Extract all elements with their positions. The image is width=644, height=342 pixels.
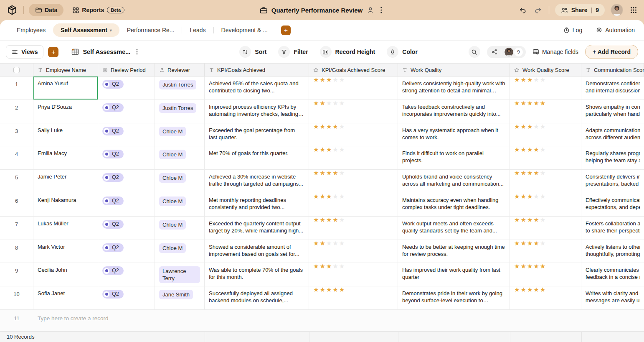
column-header-review-period[interactable]: Review Period — [98, 64, 155, 76]
cell-employee-name[interactable]: Kenji Nakamura — [33, 193, 98, 216]
tab-performance-re[interactable]: Performance Re... — [119, 23, 182, 37]
cell-review-period[interactable]: Q2 — [98, 193, 155, 216]
automation-button[interactable]: Automation — [596, 27, 635, 33]
cell-review-period[interactable]: Q2 — [98, 100, 155, 123]
cell-review-period[interactable]: Q2 — [98, 146, 155, 169]
cell-employee-name[interactable]: Mark Victor — [33, 240, 98, 263]
column-header-kpi-goals-achieved[interactable]: KPI/Goals Achieved — [205, 64, 309, 76]
row-number-cell[interactable]: 5 — [0, 170, 33, 193]
cell-work-quality[interactable]: Takes feedback constructively and incorp… — [398, 100, 510, 123]
cell-kpi-goals[interactable]: Showed a considerable amount of improvem… — [205, 240, 309, 263]
cell-communication[interactable]: Actively listens to others and respondst… — [581, 240, 644, 263]
cell-reviewer[interactable]: Chloe M — [155, 193, 205, 216]
column-header-communication-score[interactable]: Communication Score — [581, 64, 644, 76]
cell-kpi-goals[interactable]: Achieved a 30% increase in website traff… — [205, 170, 309, 193]
cell-review-period[interactable]: Q2 — [98, 77, 155, 100]
app-logo-icon[interactable] — [6, 4, 18, 16]
cell-work-quality[interactable]: Has improved their work quality from las… — [398, 263, 510, 286]
add-view-button[interactable]: + — [48, 47, 58, 57]
cell-communication[interactable]: Regularly shares progress updates,helpin… — [581, 146, 644, 169]
cell-kpi-score[interactable]: ★★★★★ — [309, 286, 398, 309]
cell-work-quality-score[interactable]: ★★★★★ — [510, 263, 581, 286]
view-name[interactable]: Self Assessme... — [83, 48, 130, 55]
cell-employee-name[interactable]: Cecilia John — [33, 263, 98, 286]
share-button[interactable]: Share | 9 — [555, 4, 605, 16]
cell-kpi-goals[interactable]: Was able to complete 70% of the goals fo… — [205, 263, 309, 286]
cell-kpi-score[interactable]: ★★★★★ — [309, 100, 398, 123]
tab-employees[interactable]: Employees — [9, 23, 53, 37]
cell-work-quality-score[interactable]: ★★★★★ — [510, 286, 581, 309]
cell-employee-name[interactable]: Lukas Müller — [33, 217, 98, 240]
cell-employee-name[interactable]: Sally Luke — [33, 123, 98, 146]
cell-work-quality-score[interactable]: ★★★★★ — [510, 240, 581, 263]
cell-communication[interactable]: Fosters collaboration and invites others… — [581, 217, 644, 240]
cell-work-quality-score[interactable]: ★★★★★ — [510, 77, 581, 100]
cell-work-quality[interactable]: Delivers consistently high-quality work … — [398, 77, 510, 100]
column-header-employee-name[interactable]: Employee Name — [33, 64, 98, 76]
cell-kpi-score[interactable]: ★★★★★ — [309, 123, 398, 146]
cell-work-quality-score[interactable]: ★★★★★ — [510, 217, 581, 240]
cell-communication[interactable]: Clearly communicates ideas andfeedback i… — [581, 263, 644, 286]
add-record-button[interactable]: + Add Record — [585, 45, 638, 59]
cell-employee-name[interactable]: Jamie Peter — [33, 170, 98, 193]
collaborators-pill[interactable]: 9 — [487, 46, 526, 58]
view-menu-button[interactable] — [134, 48, 140, 56]
cell-kpi-score[interactable]: ★★★★★ — [309, 193, 398, 216]
cell-reviewer[interactable]: Chloe M — [155, 123, 205, 146]
cell-employee-name[interactable]: Sofia Janet — [33, 286, 98, 309]
color-button[interactable]: Color — [387, 46, 418, 58]
cell-review-period[interactable]: Q2 — [98, 286, 155, 309]
row-number-cell[interactable]: 7 — [0, 217, 33, 240]
cell-work-quality[interactable]: Demonstrates pride in their work by goin… — [398, 286, 510, 309]
cell-kpi-score[interactable]: ★★★★★ — [309, 240, 398, 263]
tab-leads[interactable]: Leads — [182, 23, 213, 37]
undo-button[interactable] — [518, 5, 527, 15]
cell-review-period[interactable]: Q2 — [98, 217, 155, 240]
cell-work-quality[interactable]: Finds it difficult to work on parallel p… — [398, 146, 510, 169]
new-record-row[interactable]: 11 Type here to create a record — [0, 310, 644, 332]
row-number-cell[interactable]: 3 — [0, 123, 33, 146]
title-menu-button[interactable] — [378, 6, 384, 14]
cell-communication[interactable]: Effectively communicates timelines,expec… — [581, 193, 644, 216]
row-number-cell[interactable]: 6 — [0, 193, 33, 216]
cell-communication[interactable]: Writes with clarity and ensuresmessages … — [581, 286, 644, 309]
cell-work-quality[interactable]: Needs to be better at keeping enough tim… — [398, 240, 510, 263]
cell-reviewer[interactable]: Justin Torres — [155, 100, 205, 123]
cell-work-quality[interactable]: Maintains accuracy even when handling co… — [398, 193, 510, 216]
tab-development[interactable]: Development & ... — [214, 23, 275, 37]
cell-reviewer[interactable]: Lawrence Terry — [155, 263, 205, 286]
cell-reviewer[interactable]: Justin Torres — [155, 77, 205, 100]
cell-communication[interactable]: Shows empathy in conversations,particula… — [581, 100, 644, 123]
record-height-button[interactable]: Record Height — [320, 46, 375, 58]
cell-kpi-goals[interactable]: Improved process efficiency KPIs by auto… — [205, 100, 309, 123]
cell-reviewer[interactable]: Chloe M — [155, 217, 205, 240]
cell-kpi-goals[interactable]: Achieved 95% of the sales quota and cont… — [205, 77, 309, 100]
cell-kpi-score[interactable]: ★★★★★ — [309, 217, 398, 240]
cell-kpi-goals[interactable]: Met 70% of goals for this quarter. — [205, 146, 309, 169]
cell-reviewer[interactable]: Chloe M — [155, 240, 205, 263]
cell-work-quality[interactable]: Upholds brand and voice consistency acro… — [398, 170, 510, 193]
filter-button[interactable]: Filter — [278, 46, 308, 58]
cell-kpi-goals[interactable]: Exceeded the goal percentage from last q… — [205, 123, 309, 146]
cell-review-period[interactable]: Q2 — [98, 123, 155, 146]
cell-kpi-goals[interactable]: Successfully deployed all assigned backe… — [205, 286, 309, 309]
cell-reviewer[interactable]: Chloe M — [155, 170, 205, 193]
collaborator-icon[interactable] — [366, 6, 375, 14]
search-button[interactable] — [469, 46, 480, 58]
row-number-cell[interactable]: 2 — [0, 100, 33, 123]
cell-kpi-score[interactable]: ★★★★★ — [309, 263, 398, 286]
row-number-cell[interactable]: 8 — [0, 240, 33, 263]
cell-reviewer[interactable]: Jane Smith — [155, 286, 205, 309]
cell-reviewer[interactable]: Chloe M — [155, 146, 205, 169]
column-header-reviewer[interactable]: Reviewer — [155, 64, 205, 76]
cell-employee-name[interactable]: Amina Yusuf — [33, 77, 98, 100]
cell-review-period[interactable]: Q2 — [98, 240, 155, 263]
nav-reports-button[interactable]: Reports Beta — [68, 4, 129, 16]
column-header-work-quality[interactable]: Work Quality — [398, 64, 510, 76]
add-table-button[interactable]: + — [281, 26, 291, 35]
cell-employee-name[interactable]: Emilia Macy — [33, 146, 98, 169]
page-title[interactable]: Quarterly Performance Review — [271, 7, 363, 14]
column-header-kpi-goals-achieved-score[interactable]: KPI/Goals Achieved Score — [309, 64, 398, 76]
cell-review-period[interactable]: Q2 — [98, 170, 155, 193]
cell-work-quality-score[interactable]: ★★★★★ — [510, 123, 581, 146]
